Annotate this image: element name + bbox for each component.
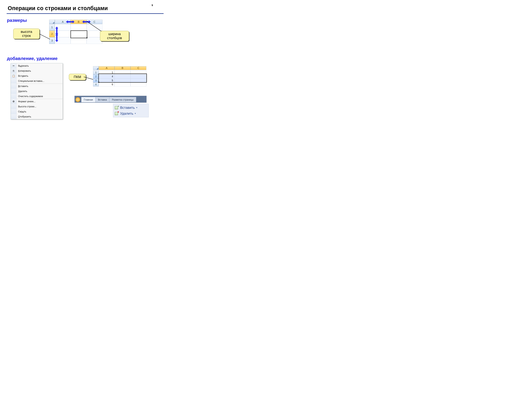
resize-col-arrow-icon [68, 20, 73, 23]
ribbon-delete-button[interactable]: Удалить▼ [114, 111, 147, 116]
paste-icon: 📋 [11, 73, 17, 78]
cell[interactable] [114, 75, 130, 78]
cell[interactable] [130, 70, 146, 75]
context-menu-item[interactable]: Высота строки... [11, 104, 63, 109]
grid-add-delete: A B C 11243546 [93, 66, 146, 86]
dropdown-icon: ▼ [134, 112, 136, 114]
title-underline [7, 13, 164, 14]
table-row: 11 [93, 70, 146, 75]
office-button-icon[interactable] [76, 97, 80, 102]
blank-icon [11, 109, 17, 114]
cell[interactable]: 5 [99, 78, 114, 82]
context-menu: ✂Вырезать⎘Копировать📋ВставитьСпециальная… [11, 63, 63, 119]
select-all-corner[interactable] [93, 66, 99, 70]
select-all-corner[interactable] [49, 20, 55, 24]
insert-cells-icon [114, 106, 119, 110]
table-row: 24 [93, 75, 146, 78]
context-menu-item[interactable]: ✂Вырезать [11, 63, 63, 68]
blank-icon [11, 94, 17, 99]
table-row: 35 [93, 78, 146, 82]
col-header-a[interactable]: A [99, 66, 114, 70]
context-menu-label: Отобразить [17, 115, 31, 118]
blank-icon [11, 104, 17, 109]
row-header[interactable]: 1 [93, 70, 99, 75]
format-icon: ⚙ [11, 99, 17, 104]
row-header[interactable]: 2 [93, 75, 99, 78]
context-menu-item[interactable]: Вставить [11, 84, 63, 89]
context-menu-item[interactable]: ⎘Копировать [11, 68, 63, 73]
ribbon-tab[interactable]: Главная [81, 97, 95, 102]
cell[interactable] [130, 78, 146, 82]
callout-col-width: ширинастолбцов [100, 31, 129, 41]
context-menu-label: Скрыть [17, 110, 26, 113]
context-menu-label: Удалить [17, 90, 27, 93]
cell[interactable]: 4 [99, 75, 114, 78]
dropdown-icon: ▼ [136, 107, 138, 109]
context-menu-label: Высота строки... [17, 105, 36, 108]
cell[interactable] [130, 75, 146, 78]
ribbon-delete-label: Удалить [120, 111, 133, 116]
ribbon-tabs-bar: ГлавнаяВставкаРазметка страницы [75, 96, 146, 103]
context-menu-item[interactable]: Очистить содержимое [11, 94, 63, 99]
ribbon-cells-group: Вставить▼ Удалить▼ [113, 104, 149, 117]
blank-icon [11, 89, 17, 94]
context-menu-item[interactable]: Отобразить [11, 114, 63, 119]
cell[interactable] [114, 82, 130, 86]
cell[interactable] [114, 70, 130, 75]
context-menu-item[interactable]: ⚙Формат ячеек... [11, 99, 63, 104]
copy-icon: ⎘ [11, 68, 17, 73]
cell[interactable] [71, 24, 86, 31]
delete-cells-icon [114, 111, 119, 115]
cell[interactable]: 6 [99, 82, 114, 86]
ribbon-insert-label: Вставить [120, 106, 135, 110]
context-menu-item[interactable]: 📋Вставить [11, 73, 63, 78]
cell[interactable] [130, 82, 146, 86]
context-menu-label: Копировать [17, 70, 31, 72]
ribbon-insert-button[interactable]: Вставить▼ [114, 105, 147, 111]
section-add-delete: добавление, удаление [7, 56, 57, 61]
row-header-1[interactable]: 1 [49, 24, 55, 31]
row-header[interactable]: 4 [93, 82, 99, 86]
table-row: 46 [93, 82, 146, 86]
context-menu-item[interactable]: Удалить [11, 89, 63, 94]
context-menu-label: Вставить [17, 75, 28, 77]
blank-icon [11, 84, 17, 89]
callout-row-height: высотастрок [13, 29, 40, 39]
page-title: Операции со строками и столбцами [8, 5, 108, 12]
page-number: 9 [152, 4, 153, 7]
blank-icon [11, 78, 17, 83]
ribbon-tab[interactable]: Вставка [95, 97, 109, 102]
row-header[interactable]: 3 [93, 78, 99, 82]
callout-leader [39, 32, 57, 42]
cut-icon: ✂ [11, 63, 17, 68]
callout-rmb: ПКМ [69, 74, 86, 80]
cell[interactable] [71, 37, 86, 44]
context-menu-label: Специальная вставка... [17, 80, 44, 82]
section-sizes: размеры [7, 18, 27, 23]
context-menu-label: Очистить содержимое [17, 95, 43, 98]
context-menu-item[interactable]: Скрыть [11, 109, 63, 114]
blank-icon [11, 114, 17, 119]
col-header-c[interactable]: C [130, 66, 146, 70]
active-cell[interactable] [70, 31, 87, 38]
ribbon-tab[interactable]: Разметка страницы [109, 97, 136, 102]
cell[interactable] [114, 78, 130, 82]
cell[interactable]: 1 [99, 70, 114, 75]
col-header-b[interactable]: B [114, 66, 130, 70]
context-menu-label: Формат ячеек... [17, 100, 36, 103]
context-menu-label: Вставить [17, 85, 28, 88]
context-menu-label: Вырезать [17, 64, 29, 67]
callout-leader [87, 21, 104, 35]
context-menu-item[interactable]: Специальная вставка... [11, 78, 63, 83]
